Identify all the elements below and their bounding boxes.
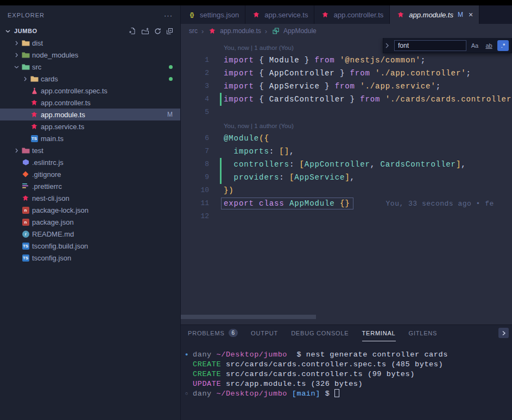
new-folder-icon[interactable] — [141, 28, 149, 35]
code-editor[interactable]: You, now | 1 author (You)1import { Modul… — [181, 38, 512, 324]
code-token: } — [345, 95, 360, 104]
code-line[interactable]: 5 — [181, 106, 512, 119]
editor-tab[interactable]: app.service.ts — [245, 5, 314, 24]
panel-tab-terminal[interactable]: TERMINAL — [362, 325, 396, 341]
panel-tab-output[interactable]: OUTPUT — [251, 325, 278, 341]
code-line[interactable]: 2import { AppController } from './app.co… — [181, 67, 512, 80]
breadcrumb[interactable]: src›app.module.ts›AppModule — [181, 24, 512, 38]
code-line[interactable]: 3import { AppService } from './app.servi… — [181, 80, 512, 93]
collapse-all-icon[interactable] — [166, 28, 173, 35]
file-tree-item[interactable]: npackage.json — [0, 216, 180, 228]
terminal-cursor — [334, 389, 339, 397]
code-token: [ — [300, 160, 305, 169]
workbench: EXPLORER ··· JUMBO distnode_modulessrcca… — [0, 5, 512, 420]
file-tree-item[interactable]: nest-cli.json — [0, 192, 180, 204]
file-tree-item[interactable]: app.module.tsM — [0, 109, 180, 120]
code-line[interactable]: 9 providers: [AppService], — [181, 171, 512, 184]
horizontal-scrollbar[interactable] — [181, 315, 316, 319]
ts-icon: TS — [21, 243, 30, 250]
code-token: , — [289, 147, 294, 156]
panel-tab-label: TERMINAL — [362, 330, 396, 336]
file-tree-item[interactable]: cards — [0, 73, 180, 85]
code-token: } — [320, 82, 335, 91]
new-file-icon[interactable] — [129, 27, 136, 35]
close-icon[interactable]: × — [469, 10, 473, 19]
breadcrumb-item[interactable]: AppModule — [271, 27, 317, 35]
file-tree-item[interactable]: app.controller.spec.ts — [0, 85, 180, 97]
line-number: 4 — [181, 93, 209, 106]
chevron-right-icon — [12, 41, 21, 46]
editor-tab[interactable]: {}settings.json — [181, 5, 245, 24]
code-line[interactable]: 12 — [181, 210, 512, 223]
code-line[interactable]: 4import { CardsController } from './card… — [181, 93, 512, 106]
code-line[interactable]: 8 controllers: [AppController, CardsCont… — [181, 158, 512, 171]
code-token: , — [370, 160, 381, 169]
panel-tab-label: DEBUG CONSOLE — [291, 330, 349, 336]
more-actions-icon[interactable]: ··· — [164, 11, 173, 20]
code-token: { — [259, 56, 269, 65]
project-section-header[interactable]: JUMBO — [0, 25, 180, 37]
code-token: from — [314, 56, 340, 65]
terminal-line: ●dany ~/Desktop/jumbo $ nest generate co… — [185, 350, 512, 360]
find-input[interactable] — [394, 40, 466, 51]
file-tree-item[interactable]: dist — [0, 37, 180, 49]
whole-word-label: ab — [485, 42, 492, 49]
panel-tab-gitlens[interactable]: GITLENS — [409, 325, 438, 341]
file-tree-item[interactable]: node_modules — [0, 49, 180, 61]
file-tree-item[interactable]: test — [0, 144, 180, 156]
code-token: imports — [224, 147, 269, 156]
toggle-replace-chevron-icon[interactable] — [385, 43, 391, 48]
code-token: @Module — [224, 134, 259, 143]
terminal-line: UPDATE src/app.module.ts (326 bytes) — [185, 379, 512, 389]
file-tree-item[interactable]: TSmain.ts — [0, 132, 180, 144]
refresh-icon[interactable] — [154, 28, 161, 35]
terminal-content[interactable]: ●dany ~/Desktop/jumbo $ nest generate co… — [181, 341, 512, 399]
code-token: ({ — [259, 134, 269, 143]
panel-tab-debug-console[interactable]: DEBUG CONSOLE — [291, 325, 349, 341]
file-tree-item[interactable]: .gitignore — [0, 168, 180, 180]
file-tree-item[interactable]: app.controller.ts — [0, 97, 180, 109]
code-line[interactable]: 6@Module({ — [181, 132, 512, 145]
file-tree-item[interactable]: app.service.ts — [0, 120, 180, 132]
file-tree-item[interactable]: src — [0, 61, 180, 73]
code-line[interactable]: 1import { Module } from '@nestjs/common'… — [181, 54, 512, 67]
section-actions — [129, 27, 180, 35]
file-tree-item[interactable]: npackage-lock.json — [0, 204, 180, 216]
gitlens-codelens[interactable]: You, now | 1 author (You) — [181, 119, 512, 132]
file-name: cards — [41, 75, 58, 83]
breadcrumb-item[interactable]: app.module.ts — [207, 27, 261, 35]
terminal-text: $ — [320, 390, 334, 398]
breadcrumb-item[interactable]: src — [189, 27, 198, 35]
chevron-right-icon — [12, 53, 21, 58]
code-token: : — [289, 160, 300, 169]
gutter-change-indicator — [220, 158, 222, 171]
file-tree-item[interactable]: iREADME.md — [0, 228, 180, 240]
file-tree-item[interactable]: TStsconfig.json — [0, 252, 180, 264]
terminal-text: [main] — [292, 390, 320, 398]
panel-tab-problems[interactable]: PROBLEMS6 — [188, 325, 238, 341]
nest-icon — [251, 11, 261, 18]
code-line[interactable]: 10}) — [181, 184, 512, 197]
panel-chevron-right-icon[interactable] — [498, 328, 509, 338]
panel-tab-label: PROBLEMS — [188, 330, 225, 336]
editor-tab[interactable]: app.controller.ts — [314, 5, 390, 24]
match-case-button[interactable]: Aa — [469, 40, 481, 51]
code-token: AppService — [269, 82, 320, 91]
panel-tab-label: OUTPUT — [251, 330, 278, 336]
regex-button[interactable]: .* — [497, 40, 509, 51]
chevron-down-icon — [12, 65, 21, 69]
code-token: AppService — [294, 173, 345, 182]
file-tree-item[interactable]: .prettierrc — [0, 180, 180, 192]
code-line[interactable]: 11export class AppModule {}You, 33 secon… — [181, 197, 512, 210]
file-tree-item[interactable]: TStsconfig.build.json — [0, 240, 180, 252]
editor-tab[interactable]: app.module.tsM× — [390, 5, 479, 24]
line-number: 12 — [181, 210, 209, 223]
breadcrumb-label: src — [189, 27, 198, 35]
code-line[interactable]: 7 imports: [], — [181, 145, 512, 158]
modified-dot-badge — [169, 77, 173, 81]
tab-label: app.service.ts — [264, 11, 308, 19]
whole-word-button[interactable]: ab — [483, 40, 495, 51]
terminal-text: dany — [193, 390, 217, 398]
code-token: from — [350, 69, 376, 78]
file-tree-item[interactable]: .eslintrc.js — [0, 156, 180, 168]
